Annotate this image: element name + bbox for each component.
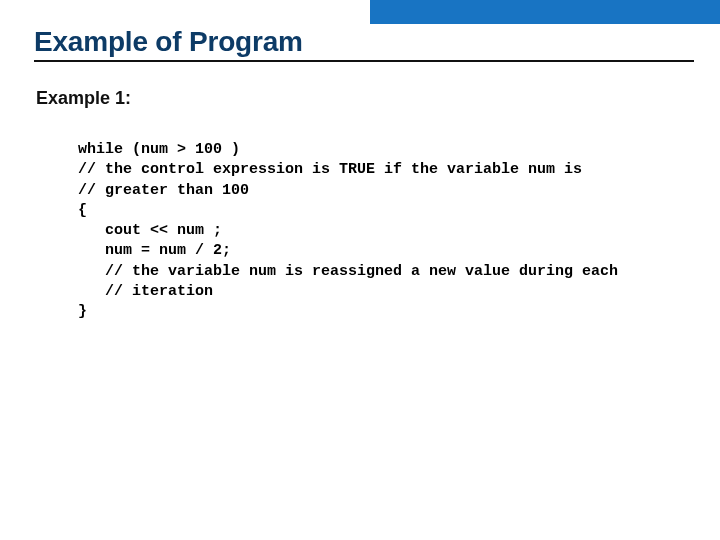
- example-label: Example 1:: [36, 88, 131, 109]
- header-accent-bar: [370, 0, 720, 24]
- slide-title: Example of Program: [34, 26, 303, 58]
- code-block: while (num > 100 ) // the control expres…: [78, 140, 700, 322]
- title-underline: [34, 60, 694, 62]
